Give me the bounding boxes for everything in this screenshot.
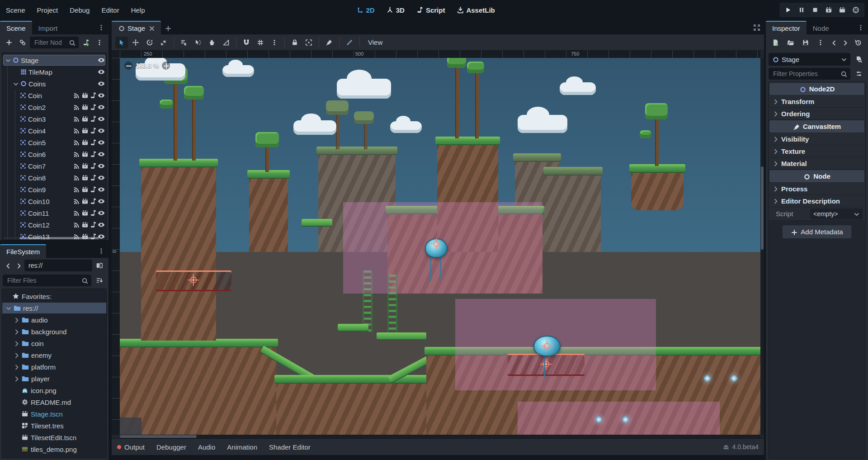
filesystem-dock-menu[interactable] bbox=[94, 244, 108, 258]
select-position-tool[interactable] bbox=[192, 37, 204, 48]
workspace-3d[interactable]: 3D bbox=[387, 6, 405, 14]
fs-row-folder[interactable]: enemy bbox=[2, 349, 106, 361]
script-icon[interactable] bbox=[90, 127, 97, 134]
tree-row-coin[interactable]: Coin8 bbox=[2, 172, 106, 184]
bottom-tab-debugger[interactable]: Debugger bbox=[156, 443, 186, 451]
scene-tree-options-kebab[interactable] bbox=[93, 37, 106, 48]
load-resource-button[interactable] bbox=[784, 37, 797, 48]
view-menu[interactable]: View bbox=[363, 38, 387, 46]
workspace-assetlib[interactable]: AssetLib bbox=[457, 6, 495, 14]
fs-back-button[interactable] bbox=[3, 260, 13, 271]
play-custom-scene-button[interactable] bbox=[836, 5, 848, 15]
snap-options-kebab[interactable] bbox=[268, 37, 281, 48]
scene-tab-stage[interactable]: Stage bbox=[112, 21, 161, 34]
tab-inspector[interactable]: Inspector bbox=[766, 21, 807, 34]
tab-node[interactable]: Node bbox=[807, 21, 835, 34]
script-icon[interactable] bbox=[90, 151, 97, 158]
expand-icon[interactable] bbox=[13, 352, 19, 358]
fs-row-folder[interactable]: background bbox=[2, 326, 106, 337]
collapse-icon[interactable] bbox=[12, 81, 19, 87]
tree-row-coin[interactable]: Coin7 bbox=[2, 160, 106, 172]
expand-icon[interactable] bbox=[13, 328, 19, 335]
add-node-button[interactable] bbox=[3, 37, 15, 48]
tree-row-tilemap[interactable]: TileMap bbox=[2, 66, 106, 78]
pin-button[interactable] bbox=[323, 37, 335, 48]
expand-icon[interactable] bbox=[13, 375, 19, 382]
menu-help[interactable]: Help bbox=[125, 6, 151, 14]
bottom-tab-audio[interactable]: Audio bbox=[198, 443, 215, 451]
signal-icon[interactable] bbox=[73, 174, 80, 181]
tree-row-coin[interactable]: Coin3 bbox=[2, 113, 106, 125]
visibility-eye-icon[interactable] bbox=[98, 198, 105, 205]
section-editor-description[interactable]: Editor Description bbox=[769, 195, 865, 207]
script-value-dropdown[interactable]: <empty> bbox=[810, 209, 863, 219]
bottom-tab-shader-editor[interactable]: Shader Editor bbox=[269, 443, 311, 451]
fs-row-folder[interactable]: platform bbox=[2, 361, 106, 373]
fs-row-file[interactable]: tiles_demo.png bbox=[2, 443, 106, 455]
instanced-scene-icon[interactable] bbox=[81, 209, 89, 217]
tree-row-coin[interactable]: Coin5 bbox=[2, 137, 106, 148]
script-icon[interactable] bbox=[90, 186, 97, 193]
tab-filesystem[interactable]: FileSystem bbox=[0, 244, 46, 258]
script-icon[interactable] bbox=[90, 104, 97, 111]
add-metadata-button[interactable]: Add Metadata bbox=[783, 225, 851, 238]
distraction-free-button[interactable] bbox=[750, 21, 764, 34]
fs-row-folder[interactable]: coin bbox=[2, 337, 106, 349]
smart-snap-toggle[interactable] bbox=[240, 37, 253, 48]
tab-import[interactable]: Import bbox=[32, 21, 64, 34]
property-options-button[interactable] bbox=[853, 68, 865, 80]
instanced-scene-icon[interactable] bbox=[81, 127, 89, 134]
script-icon[interactable] bbox=[90, 92, 97, 99]
list-select-tool[interactable] bbox=[178, 37, 190, 48]
visibility-eye-icon[interactable] bbox=[98, 209, 105, 217]
rotate-tool[interactable] bbox=[143, 37, 156, 48]
script-icon[interactable] bbox=[90, 162, 97, 170]
dock-splitter[interactable] bbox=[0, 240, 108, 243]
section-texture[interactable]: Texture bbox=[769, 145, 865, 157]
visibility-eye-icon[interactable] bbox=[98, 151, 105, 158]
tree-row-coin[interactable]: Coin9 bbox=[2, 184, 106, 195]
fs-row-file[interactable]: Tileset.tres bbox=[2, 420, 106, 432]
section-process[interactable]: Process bbox=[769, 183, 865, 195]
filter-files-input[interactable] bbox=[6, 276, 79, 285]
new-resource-button[interactable] bbox=[769, 37, 782, 48]
instanced-scene-icon[interactable] bbox=[81, 162, 89, 170]
visibility-eye-icon[interactable] bbox=[98, 174, 105, 181]
tree-row-coin[interactable]: Coin12 bbox=[2, 219, 106, 231]
grid-snap-toggle[interactable] bbox=[254, 37, 267, 48]
signal-icon[interactable] bbox=[73, 233, 80, 240]
visibility-eye-icon[interactable] bbox=[98, 127, 105, 134]
close-icon[interactable] bbox=[148, 25, 155, 31]
instanced-scene-icon[interactable] bbox=[81, 139, 89, 146]
script-icon[interactable] bbox=[90, 174, 97, 181]
script-icon[interactable] bbox=[90, 233, 97, 240]
fs-forward-button[interactable] bbox=[14, 260, 24, 271]
fs-row-file[interactable]: TilesetEdit.tscn bbox=[2, 432, 106, 443]
workspace-script[interactable]: Script bbox=[416, 6, 445, 14]
script-icon[interactable] bbox=[90, 198, 97, 205]
resource-options-kebab[interactable] bbox=[814, 37, 826, 48]
fs-row-file[interactable]: README.md bbox=[2, 396, 106, 408]
tree-row-coin[interactable]: Coin10 bbox=[2, 195, 106, 207]
filter-properties-input[interactable] bbox=[772, 70, 838, 78]
instanced-scene-icon[interactable] bbox=[81, 115, 89, 123]
open-docs-button[interactable] bbox=[853, 53, 865, 65]
tree-row-coin[interactable]: Coin11 bbox=[2, 207, 106, 219]
filter-nodes-field[interactable] bbox=[30, 37, 79, 48]
expand-icon[interactable] bbox=[13, 364, 19, 370]
instanced-scene-icon[interactable] bbox=[81, 174, 89, 181]
tree-row-coin[interactable]: Coin2 bbox=[2, 101, 106, 113]
zoom-out-button[interactable] bbox=[124, 62, 132, 70]
fs-row-file[interactable]: icon.png bbox=[2, 384, 106, 396]
attach-script-button[interactable] bbox=[80, 37, 92, 48]
expand-icon[interactable] bbox=[13, 317, 19, 323]
instanced-scene-icon[interactable] bbox=[81, 92, 89, 99]
fs-split-view-button[interactable] bbox=[93, 260, 106, 271]
save-resource-button[interactable] bbox=[799, 37, 811, 48]
instanced-scene-icon[interactable] bbox=[81, 104, 89, 111]
instanced-scene-icon[interactable] bbox=[81, 233, 89, 240]
visibility-eye-icon[interactable] bbox=[98, 57, 105, 64]
fs-row-folder[interactable]: audio bbox=[2, 314, 106, 326]
signal-icon[interactable] bbox=[73, 151, 80, 158]
menu-scene[interactable]: Scene bbox=[0, 6, 31, 14]
